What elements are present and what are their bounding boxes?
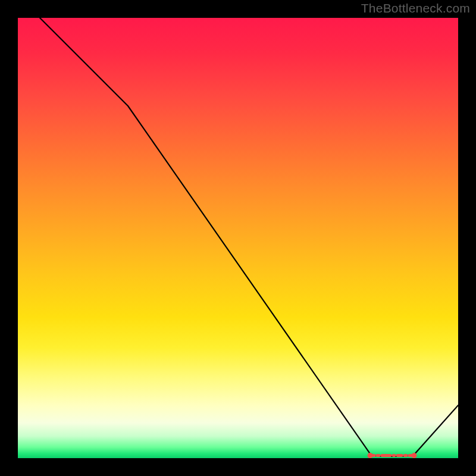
marker-group xyxy=(368,453,417,458)
plot-area xyxy=(18,18,458,458)
chart-frame: TheBottleneck.com xyxy=(0,0,476,476)
curve-path xyxy=(40,18,458,456)
series-curve xyxy=(40,18,458,456)
watermark-text: TheBottleneck.com xyxy=(361,1,470,15)
line-plot-svg xyxy=(18,18,458,458)
